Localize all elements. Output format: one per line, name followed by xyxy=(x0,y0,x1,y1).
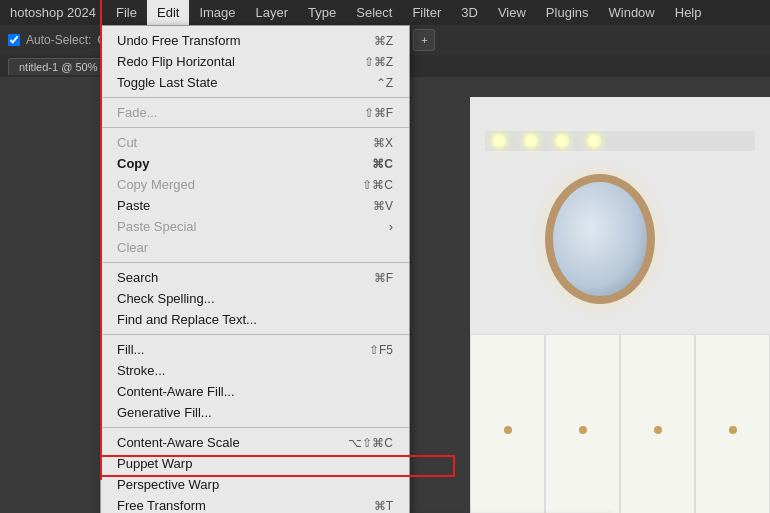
menu-item-content-aware-fill[interactable]: Content-Aware Fill... xyxy=(101,381,409,402)
bath-door-3 xyxy=(620,334,695,514)
menu-image[interactable]: Image xyxy=(189,0,245,25)
bath-bulb-2 xyxy=(523,133,539,149)
separator-1 xyxy=(101,97,409,98)
menu-plugins[interactable]: Plugins xyxy=(536,0,599,25)
cut-shortcut: ⌘X xyxy=(373,136,393,150)
bath-cabinet-doors xyxy=(470,334,770,514)
check-spelling-label: Check Spelling... xyxy=(117,291,215,306)
menu-item-content-aware-scale[interactable]: Content-Aware Scale ⌥⇧⌘C xyxy=(101,432,409,453)
menu-item-copy[interactable]: Copy ⌘C xyxy=(101,153,409,174)
free-transform-label: Free Transform xyxy=(117,498,206,513)
menu-item-redo-flip-horizontal[interactable]: Redo Flip Horizontal ⇧⌘Z xyxy=(101,51,409,72)
bath-door-1 xyxy=(470,334,545,514)
paste-shortcut: ⌘V xyxy=(373,199,393,213)
paste-label: Paste xyxy=(117,198,150,213)
separator-3 xyxy=(101,262,409,263)
menu-edit[interactable]: Edit xyxy=(147,0,189,25)
menu-item-free-transform[interactable]: Free Transform ⌘T xyxy=(101,495,409,513)
auto-select-checkbox[interactable] xyxy=(8,34,20,46)
menu-item-cut[interactable]: Cut ⌘X xyxy=(101,132,409,153)
cut-label: Cut xyxy=(117,135,137,150)
menu-layer[interactable]: Layer xyxy=(246,0,299,25)
stroke-label: Stroke... xyxy=(117,363,165,378)
toggle-last-state-shortcut: ⌃Z xyxy=(376,76,393,90)
menu-item-paste-special[interactable]: Paste Special › xyxy=(101,216,409,237)
puppet-warp-label: Puppet Warp xyxy=(117,456,192,471)
fade-shortcut: ⇧⌘F xyxy=(364,106,393,120)
menu-filter[interactable]: Filter xyxy=(402,0,451,25)
bath-bulb-4 xyxy=(586,133,602,149)
menu-item-fade[interactable]: Fade... ⇧⌘F xyxy=(101,102,409,123)
search-shortcut: ⌘F xyxy=(374,271,393,285)
edit-dropdown-menu: Undo Free Transform ⌘Z Redo Flip Horizon… xyxy=(100,25,410,513)
menu-item-generative-fill[interactable]: Generative Fill... xyxy=(101,402,409,423)
bath-door-4 xyxy=(695,334,770,514)
separator-4 xyxy=(101,334,409,335)
clear-label: Clear xyxy=(117,240,148,255)
copy-label: Copy xyxy=(117,156,150,171)
redo-flip-horizontal-shortcut: ⇧⌘Z xyxy=(364,55,393,69)
undo-free-transform-shortcut: ⌘Z xyxy=(374,34,393,48)
menu-item-perspective-warp[interactable]: Perspective Warp xyxy=(101,474,409,495)
undo-free-transform-label: Undo Free Transform xyxy=(117,33,241,48)
menu-item-copy-merged[interactable]: Copy Merged ⇧⌘C xyxy=(101,174,409,195)
bath-light-bar xyxy=(485,131,755,151)
separator-2 xyxy=(101,127,409,128)
menu-item-find-replace[interactable]: Find and Replace Text... xyxy=(101,309,409,330)
copy-shortcut: ⌘C xyxy=(372,157,393,171)
copy-merged-shortcut: ⇧⌘C xyxy=(362,178,393,192)
content-aware-scale-label: Content-Aware Scale xyxy=(117,435,240,450)
menu-item-puppet-warp[interactable]: Puppet Warp xyxy=(101,453,409,474)
menu-window[interactable]: Window xyxy=(599,0,665,25)
fade-label: Fade... xyxy=(117,105,157,120)
menu-item-stroke[interactable]: Stroke... xyxy=(101,360,409,381)
bath-bulb-1 xyxy=(491,133,507,149)
free-transform-shortcut: ⌘T xyxy=(374,499,393,513)
menu-view[interactable]: View xyxy=(488,0,536,25)
bathroom-image xyxy=(470,97,770,513)
bath-mirror xyxy=(545,174,655,304)
3d-extra-icon[interactable]: + xyxy=(413,29,435,51)
copy-merged-label: Copy Merged xyxy=(117,177,195,192)
paste-special-label: Paste Special xyxy=(117,219,197,234)
content-aware-fill-label: Content-Aware Fill... xyxy=(117,384,235,399)
menu-bar: hotoshop 2024 File Edit Image Layer Type… xyxy=(0,0,770,25)
paste-special-arrow: › xyxy=(389,219,393,234)
toggle-last-state-label: Toggle Last State xyxy=(117,75,217,90)
menu-item-check-spelling[interactable]: Check Spelling... xyxy=(101,288,409,309)
menu-select[interactable]: Select xyxy=(346,0,402,25)
app-title: hotoshop 2024 xyxy=(0,5,106,20)
generative-fill-label: Generative Fill... xyxy=(117,405,212,420)
content-aware-scale-shortcut: ⌥⇧⌘C xyxy=(348,436,393,450)
fill-shortcut: ⇧F5 xyxy=(369,343,393,357)
menu-item-toggle-last-state[interactable]: Toggle Last State ⌃Z xyxy=(101,72,409,93)
menu-item-paste[interactable]: Paste ⌘V xyxy=(101,195,409,216)
find-replace-label: Find and Replace Text... xyxy=(117,312,257,327)
auto-select-label: Auto-Select: xyxy=(26,33,91,47)
separator-5 xyxy=(101,427,409,428)
menu-item-undo-free-transform[interactable]: Undo Free Transform ⌘Z xyxy=(101,30,409,51)
menu-3d[interactable]: 3D xyxy=(451,0,488,25)
bath-cabinet xyxy=(470,334,770,514)
bath-door-2 xyxy=(545,334,620,514)
menu-type[interactable]: Type xyxy=(298,0,346,25)
menu-item-clear[interactable]: Clear xyxy=(101,237,409,258)
bath-bulb-3 xyxy=(554,133,570,149)
menu-file[interactable]: File xyxy=(106,0,147,25)
menu-help[interactable]: Help xyxy=(665,0,712,25)
perspective-warp-label: Perspective Warp xyxy=(117,477,219,492)
menu-item-fill[interactable]: Fill... ⇧F5 xyxy=(101,339,409,360)
search-label: Search xyxy=(117,270,158,285)
fill-label: Fill... xyxy=(117,342,144,357)
menu-item-search[interactable]: Search ⌘F xyxy=(101,267,409,288)
redo-flip-horizontal-label: Redo Flip Horizontal xyxy=(117,54,235,69)
